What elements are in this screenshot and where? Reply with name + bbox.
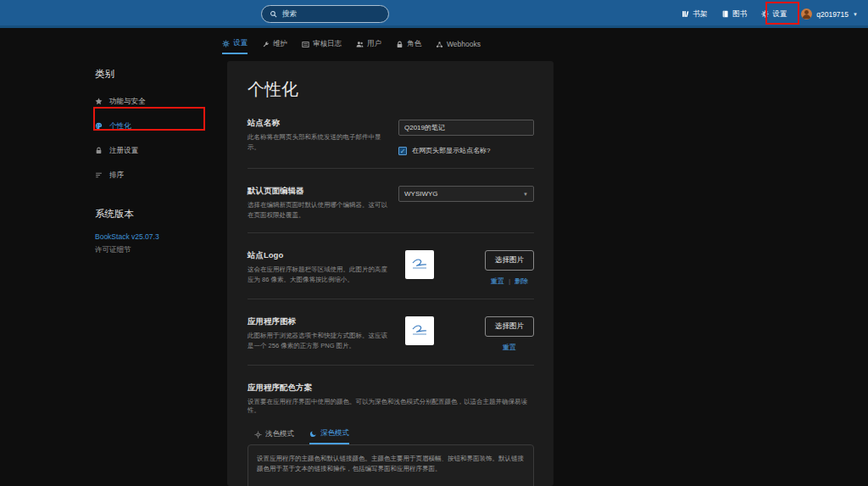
top-navbar: 搜索 书架 图书 设置 q2019715 ▼: [0, 0, 868, 28]
app-icon-desc: 此图标用于浏览器选项卡和快捷方式图标。这应该是一个 256 像素的正方形 PNG…: [248, 331, 390, 350]
site-logo-links: 重置 | 删除: [491, 277, 528, 286]
site-name-desc: 此名称将在网页头部和系统发送的电子邮件中显示。: [248, 132, 390, 152]
sidebar-item-label: 排序: [109, 170, 124, 181]
site-name-checkbox-row: ✓ 在网页头部显示站点名称?: [398, 146, 534, 155]
nav-shelves-label: 书架: [693, 9, 707, 20]
gear-icon: [761, 10, 769, 18]
tab-light-mode[interactable]: 浅色模式: [254, 428, 294, 444]
sidebar-list: 功能与安全 个性化 注册设置 排序: [95, 89, 220, 187]
sidebar-item-label: 个性化: [109, 121, 131, 131]
site-name-controls: ✓ 在网页头部显示站点名称?: [398, 118, 534, 155]
section-divider: [248, 232, 534, 233]
app-icon-links: 重置: [503, 343, 516, 352]
default-editor-value: WYSIWYG: [404, 190, 438, 198]
book-icon: [721, 10, 729, 18]
tab-dark-mode-label: 深色模式: [320, 428, 349, 439]
tab-settings[interactable]: 设置: [222, 38, 248, 54]
site-logo-select-image-button[interactable]: 选择图片: [485, 250, 534, 271]
app-icon-select-image-button[interactable]: 选择图片: [485, 316, 534, 337]
nav-settings-link[interactable]: 设置: [761, 9, 787, 20]
site-logo-delete-link[interactable]: 删除: [515, 277, 528, 286]
lock-icon: [95, 147, 103, 154]
site-logo-controls: 选择图片 重置 | 删除: [393, 250, 534, 286]
default-editor-label: 默认页面编辑器: [248, 186, 393, 197]
default-editor-controls: WYSIWYG ▼: [398, 186, 534, 202]
site-logo-reset-link[interactable]: 重置: [491, 277, 504, 286]
tab-dark-mode[interactable]: 深色模式: [309, 428, 349, 444]
default-editor-desc: 选择在编辑新页面时默认使用哪个编辑器。这可以在页面权限处覆盖。: [248, 200, 390, 220]
show-site-name-checkbox[interactable]: ✓: [398, 147, 407, 155]
tab-roles[interactable]: 角色: [396, 38, 421, 54]
app-icon-label: 应用程序图标: [248, 316, 393, 327]
search-placeholder: 搜索: [282, 9, 297, 20]
nav-books-label: 图书: [732, 9, 747, 20]
license-details-link[interactable]: 许可证细节: [95, 245, 220, 255]
app-icon-controls: 选择图片 重置: [393, 316, 534, 352]
bookstack-version-link[interactable]: BookStack v25.07.3: [95, 232, 220, 241]
sidebar-version-heading: 系统版本: [95, 208, 220, 221]
moon-icon: [309, 430, 317, 438]
site-logo-section: 站点Logo 这会在应用程序标题栏等区域使用。此图片的高度应为 86 像素。大图…: [248, 250, 534, 286]
star-icon: [95, 98, 103, 105]
navbar-right: 书架 图书 设置 q2019715 ▼: [682, 0, 858, 28]
color-scheme-section: 应用程序配色方案 设置要在应用程序界面中使用的颜色。可以为深色和浅色模式分别配置…: [248, 383, 534, 486]
settings-tab-row: 设置 维护 审核日志 用户 角色 Webhooks: [222, 38, 481, 54]
default-editor-labels: 默认页面编辑器 选择在编辑新页面时默认使用哪个编辑器。这可以在页面权限处覆盖。: [248, 186, 393, 220]
bookshelf-icon: [682, 10, 689, 18]
tab-maintenance-label: 维护: [273, 39, 287, 49]
show-site-name-label: 在网页头部显示站点名称?: [412, 146, 490, 155]
sidebar-item-label: 注册设置: [109, 146, 138, 156]
app-icon-preview: [405, 316, 434, 345]
site-logo-label: 站点Logo: [248, 250, 393, 261]
chevron-down-icon: ▼: [853, 12, 858, 17]
app-icon-labels: 应用程序图标 此图标用于浏览器选项卡和快捷方式图标。这应该是一个 256 像素的…: [248, 316, 393, 350]
search-icon: [270, 10, 277, 18]
tab-webhooks[interactable]: Webhooks: [436, 38, 481, 54]
sidebar-item-features-security[interactable]: 功能与安全: [95, 89, 220, 114]
site-logo-labels: 站点Logo 这会在应用程序标题栏等区域使用。此图片的高度应为 86 像素。大图…: [248, 250, 393, 284]
default-editor-select[interactable]: WYSIWYG ▼: [398, 186, 534, 202]
sidebar-category-heading: 类别: [95, 68, 220, 81]
settings-sidebar: 类别 功能与安全 个性化 注册设置 排序 系统版本 BookStac: [95, 68, 220, 255]
sidebar-item-registration[interactable]: 注册设置: [95, 138, 220, 163]
tab-audit-log-label: 审核日志: [313, 39, 342, 49]
tab-maintenance[interactable]: 维护: [262, 38, 287, 54]
site-name-labels: 站点名称 此名称将在网页头部和系统发送的电子邮件中显示。: [248, 118, 393, 152]
color-scheme-tabs: 浅色模式 深色模式: [248, 428, 534, 444]
users-icon: [356, 41, 364, 48]
user-menu[interactable]: q2019715 ▼: [801, 8, 858, 20]
section-divider: [248, 299, 534, 299]
nav-shelves-link[interactable]: 书架: [682, 9, 707, 20]
gear-icon: [222, 40, 230, 47]
dark-mode-panel: 设置应用程序的主颜色和默认链接颜色。主颜色主要用于页眉横幅、按钮和界面装饰。默认…: [248, 444, 534, 486]
page-title: 个性化: [248, 78, 534, 101]
sidebar-item-sorting[interactable]: 排序: [95, 163, 220, 187]
app-icon-actions: 选择图片 重置: [485, 316, 534, 352]
section-divider: [248, 365, 534, 366]
site-name-label: 站点名称: [248, 118, 393, 129]
sun-icon: [254, 431, 262, 439]
palette-icon: [95, 122, 103, 130]
tab-audit-log[interactable]: 审核日志: [302, 38, 342, 54]
nav-books-link[interactable]: 图书: [721, 9, 747, 20]
site-logo-desc: 这会在应用程序标题栏等区域使用。此图片的高度应为 86 像素。大图像将按比例缩小…: [248, 265, 390, 284]
tab-settings-label: 设置: [233, 38, 248, 48]
tab-webhooks-label: Webhooks: [447, 40, 481, 48]
audit-log-icon: [302, 41, 309, 48]
tab-roles-label: 角色: [407, 39, 421, 49]
color-scheme-desc: 设置要在应用程序界面中使用的颜色。可以为深色和浅色模式分别配置颜色，以适合主题并…: [248, 398, 536, 415]
tab-users[interactable]: 用户: [356, 38, 381, 54]
link-separator: |: [509, 277, 510, 285]
site-name-input[interactable]: [398, 120, 534, 136]
wrench-icon: [262, 41, 270, 48]
tab-users-label: 用户: [367, 39, 381, 49]
avatar: [801, 8, 812, 20]
lock-icon: [396, 41, 403, 48]
chevron-down-icon: ▼: [523, 192, 528, 197]
search-input[interactable]: 搜索: [261, 5, 389, 23]
sort-icon: [95, 171, 103, 179]
webhook-icon: [436, 41, 443, 48]
color-scheme-label: 应用程序配色方案: [248, 383, 534, 394]
app-icon-reset-link[interactable]: 重置: [503, 343, 516, 352]
sidebar-item-customization[interactable]: 个性化: [95, 114, 220, 138]
